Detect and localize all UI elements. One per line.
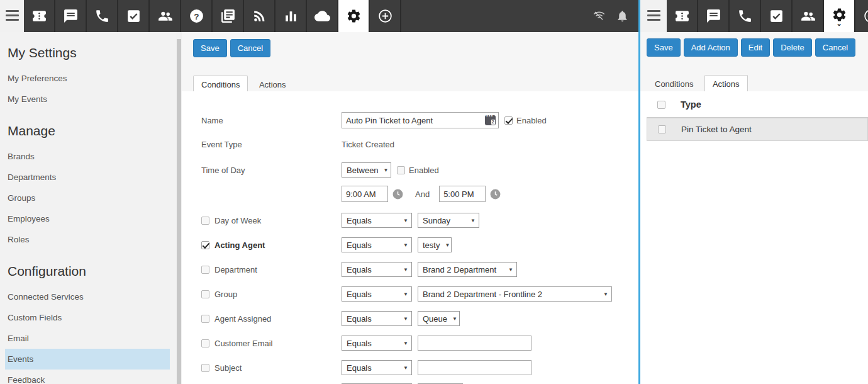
sidebar-section-title: Manage xyxy=(0,123,176,138)
select-all-checkbox[interactable] xyxy=(657,101,665,109)
tasks-icon[interactable] xyxy=(118,0,150,32)
settings-icon[interactable]: ⌄ xyxy=(824,0,855,32)
agent-assigned-value-select[interactable]: Queue xyxy=(418,311,460,326)
actions-table-header: Type xyxy=(647,91,868,118)
time-from-input[interactable] xyxy=(342,186,388,202)
help-icon[interactable]: ? xyxy=(181,0,213,32)
sidebar-item-employees[interactable]: Employees xyxy=(5,208,170,229)
acting-agent-value-select[interactable]: testy xyxy=(418,237,452,252)
time-of-day-operator-select[interactable]: Between xyxy=(342,162,391,178)
sidebar-item-departments[interactable]: Departments xyxy=(5,167,170,188)
add-action-button[interactable]: Add Action xyxy=(684,38,738,57)
time-to-clock-icon[interactable] xyxy=(489,188,501,200)
time-to-input[interactable] xyxy=(439,186,486,202)
notifications-icon[interactable] xyxy=(616,9,629,23)
cloud-icon[interactable] xyxy=(307,0,338,32)
people-icon[interactable] xyxy=(150,0,181,32)
sidebar-item-my-events[interactable]: My Events xyxy=(5,89,170,110)
cancel-button[interactable]: Cancel xyxy=(815,38,855,57)
add-icon[interactable] xyxy=(370,0,401,32)
event-editor-panel: Save Cancel Conditions Actions Name 2 En… xyxy=(182,32,639,384)
sidebar-item-custom-fields[interactable]: Custom Fields xyxy=(5,307,170,328)
calls-icon[interactable] xyxy=(87,0,118,32)
people-icon[interactable] xyxy=(793,0,824,32)
name-input[interactable] xyxy=(342,112,499,128)
sidebar-item-roles[interactable]: Roles xyxy=(5,229,170,250)
left-topbar: ? xyxy=(0,0,639,32)
tab-actions[interactable]: Actions xyxy=(704,75,748,93)
day-of-week-operator-select[interactable]: Equals xyxy=(342,213,412,228)
agent-assigned-checkbox[interactable] xyxy=(201,315,209,323)
customer-email-input[interactable] xyxy=(418,336,531,351)
editor-tabbar: Conditions Actions xyxy=(182,74,639,93)
network-icon[interactable] xyxy=(593,9,606,23)
customer-email-operator-select[interactable]: Equals xyxy=(342,336,412,351)
svg-text:?: ? xyxy=(194,12,199,21)
actions-panel: Save Add Action Edit Delete Cancel Condi… xyxy=(640,32,868,384)
action-row-label: Pin Ticket to Agent xyxy=(681,125,752,134)
action-row[interactable]: Pin Ticket to Agent xyxy=(647,118,868,141)
cancel-button[interactable]: Cancel xyxy=(230,39,270,57)
delete-button[interactable]: Delete xyxy=(773,38,812,57)
tickets-icon[interactable] xyxy=(667,0,698,32)
subject-checkbox[interactable] xyxy=(201,364,209,372)
sidebar-item-groups[interactable]: Groups xyxy=(5,188,170,208)
sidebar-item-connected-services[interactable]: Connected Services xyxy=(5,286,170,307)
agent-assigned-label: Agent Assigned xyxy=(214,314,271,324)
save-button[interactable]: Save xyxy=(647,38,681,57)
tickets-icon[interactable] xyxy=(24,0,55,32)
customer-email-checkbox[interactable] xyxy=(201,339,209,347)
subject-label: Subject xyxy=(214,363,242,373)
window-divider xyxy=(638,0,640,384)
enabled-checkbox[interactable] xyxy=(504,116,513,125)
group-checkbox[interactable] xyxy=(201,290,209,298)
action-row-checkbox[interactable] xyxy=(658,125,666,133)
save-button[interactable]: Save xyxy=(193,39,227,57)
department-operator-select[interactable]: Equals xyxy=(342,262,412,277)
add-icon[interactable] xyxy=(855,0,868,32)
and-label: And xyxy=(415,189,430,199)
news-icon[interactable] xyxy=(213,0,244,32)
time-enabled-checkbox[interactable] xyxy=(397,166,405,174)
menu-icon[interactable] xyxy=(6,10,19,21)
sidebar-scrollbar[interactable] xyxy=(176,32,182,384)
sidebar-item-events[interactable]: Events xyxy=(5,349,170,370)
right-window: ⌄ Save Add Action Edit Delete Cancel Con… xyxy=(640,0,868,384)
event-type-label: Event Type xyxy=(201,140,242,149)
rss-icon[interactable] xyxy=(244,0,275,32)
chat-icon[interactable] xyxy=(55,0,87,32)
conditions-form: Name 2 Enabled Event Type Ticket Created… xyxy=(182,91,639,384)
enabled-checkbox-label: Enabled xyxy=(516,116,547,125)
actions-tabbar: Conditions Actions xyxy=(640,74,868,92)
right-topbar: ⌄ xyxy=(640,0,868,32)
agent-assigned-operator-select[interactable]: Equals xyxy=(342,311,412,326)
time-from-clock-icon[interactable] xyxy=(392,188,404,200)
edit-button[interactable]: Edit xyxy=(741,38,770,57)
day-of-week-value-select[interactable]: Sunday xyxy=(418,213,479,228)
acting-agent-checkbox[interactable] xyxy=(201,241,209,249)
reports-icon[interactable] xyxy=(275,0,307,32)
sidebar-item-email[interactable]: Email xyxy=(5,328,170,349)
ime-icon[interactable]: 2 xyxy=(485,115,496,125)
subject-operator-select[interactable]: Equals xyxy=(342,360,412,375)
chat-icon[interactable] xyxy=(698,0,730,32)
calls-icon[interactable] xyxy=(730,0,761,32)
day-of-week-checkbox[interactable] xyxy=(201,217,209,225)
group-value-select[interactable]: Brand 2 Department - Frontline 2 xyxy=(418,286,612,302)
menu-icon[interactable] xyxy=(647,10,660,21)
sidebar-item-brands[interactable]: Brands xyxy=(5,146,170,167)
department-value-select[interactable]: Brand 2 Department xyxy=(418,262,517,277)
group-operator-select[interactable]: Equals xyxy=(342,286,412,302)
tab-conditions[interactable]: Conditions xyxy=(647,75,701,93)
acting-agent-operator-select[interactable]: Equals xyxy=(342,237,412,252)
settings-icon[interactable] xyxy=(338,0,370,32)
actions-list: Type Pin Ticket to Agent xyxy=(640,91,868,384)
subject-input[interactable] xyxy=(418,360,531,375)
department-checkbox[interactable] xyxy=(201,266,209,274)
sidebar-item-my-preferences[interactable]: My Preferences xyxy=(5,68,170,89)
tasks-icon[interactable] xyxy=(761,0,793,32)
event-type-value: Ticket Created xyxy=(342,140,394,149)
sidebar-item-feedback[interactable]: Feedback xyxy=(5,370,170,384)
sidebar-section-title: Configuration xyxy=(0,264,176,279)
chevron-down-icon: ⌄ xyxy=(836,21,842,25)
